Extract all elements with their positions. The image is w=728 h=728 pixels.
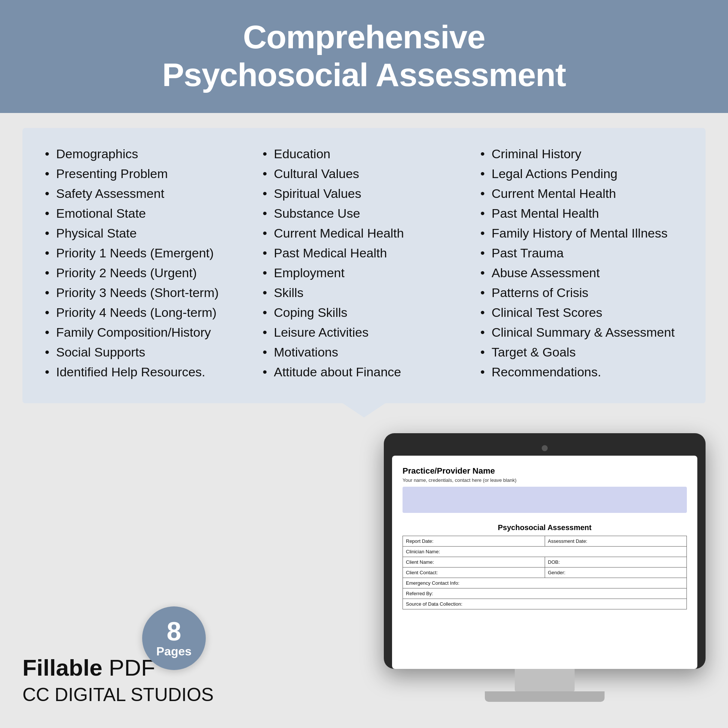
table-row: Report Date:Assessment Date: (403, 536, 687, 546)
table-row: Source of Data Collection: (403, 599, 687, 609)
list-item: Emotional State (45, 206, 248, 221)
list-item: Past Medical Health (263, 246, 465, 260)
company-name: CC DIGITAL STUDIOS (23, 684, 214, 705)
fillable-normal: PDF (102, 655, 155, 681)
title-line2: Psychosocial Assessment (162, 56, 566, 93)
list-item: Patterns of Crisis (480, 286, 683, 300)
header-title: Comprehensive Psychosocial Assessment (23, 18, 705, 93)
features-section: DemographicsPresenting ProblemSafety Ass… (23, 128, 705, 403)
list-item: Coping Skills (263, 305, 465, 320)
badge-text: Pages (156, 645, 191, 658)
title-line1: Comprehensive (243, 18, 485, 55)
table-cell: Referred By: (403, 589, 687, 599)
list-item: Criminal History (480, 147, 683, 161)
table-cell: Source of Data Collection: (403, 599, 687, 609)
list-item: Spiritual Values (263, 186, 465, 201)
page-count-badge: 8 Pages (142, 606, 206, 670)
list-item: Abuse Assessment (480, 266, 683, 280)
list-item: Social Supports (45, 345, 248, 359)
list-item: Skills (263, 286, 465, 300)
features-col-2: EducationCultural ValuesSpiritual Values… (263, 147, 465, 385)
list-item: Identified Help Resources. (45, 365, 248, 379)
table-cell: Report Date: (403, 536, 545, 546)
list-item: Cultural Values (263, 167, 465, 181)
list-item: Employment (263, 266, 465, 280)
list-item: Family Composition/History (45, 325, 248, 340)
list-item: Substance Use (263, 206, 465, 221)
list-item: Physical State (45, 226, 248, 240)
list-item: Recommendations. (480, 365, 683, 379)
list-item: Motivations (263, 345, 465, 359)
table-cell: DOB: (545, 557, 687, 567)
screen-assessment-title: Psychosocial Assessment (402, 523, 687, 532)
list-item: Clinical Test Scores (480, 305, 683, 320)
table-cell: Client Contact: (403, 567, 545, 578)
table-cell: Emergency Contact Info: (403, 578, 687, 589)
fillable-bold: Fillable (23, 655, 102, 681)
screen-provider-box (402, 487, 687, 513)
screen-content: Practice/Provider Name Your name, creden… (392, 456, 697, 609)
table-row: Client Contact:Gender: (403, 567, 687, 578)
list-item: Attitude about Finance (263, 365, 465, 379)
screen-table: Report Date:Assessment Date:Clinician Na… (402, 536, 687, 609)
list-item: Priority 2 Needs (Urgent) (45, 266, 248, 280)
list-item: Current Mental Health (480, 186, 683, 201)
table-cell: Client Name: (403, 557, 545, 567)
monitor-camera (542, 445, 548, 451)
list-item: Priority 1 Needs (Emergent) (45, 246, 248, 260)
list-item: Clinical Summary & Assessment (480, 325, 683, 340)
list-item: Family History of Mental Illness (480, 226, 683, 240)
screen-provider-name: Practice/Provider Name (402, 466, 687, 476)
list-item: Target & Goals (480, 345, 683, 359)
table-cell: Gender: (545, 567, 687, 578)
table-row: Client Name:DOB: (403, 557, 687, 567)
list-item: Priority 4 Needs (Long-term) (45, 305, 248, 320)
list-item: Safety Assessment (45, 186, 248, 201)
features-grid: DemographicsPresenting ProblemSafety Ass… (45, 147, 683, 385)
monitor-base (485, 691, 604, 702)
table-row: Emergency Contact Info: (403, 578, 687, 589)
list-item: Legal Actions Pending (480, 167, 683, 181)
monitor-screen: Practice/Provider Name Your name, creden… (392, 456, 697, 669)
list-item: Past Mental Health (480, 206, 683, 221)
table-row: Referred By: (403, 589, 687, 599)
list-item: Current Medical Health (263, 226, 465, 240)
table-cell: Clinician Name: (403, 546, 687, 557)
monitor: Practice/Provider Name Your name, creden… (384, 433, 705, 702)
table-cell: Assessment Date: (545, 536, 687, 546)
list-item: Education (263, 147, 465, 161)
list-item: Leisure Activities (263, 325, 465, 340)
list-item: Priority 3 Needs (Short-term) (45, 286, 248, 300)
monitor-stand (515, 669, 575, 691)
monitor-outer: Practice/Provider Name Your name, creden… (384, 433, 705, 669)
table-row: Clinician Name: (403, 546, 687, 557)
list-item: Presenting Problem (45, 167, 248, 181)
features-col-1: DemographicsPresenting ProblemSafety Ass… (45, 147, 248, 385)
screen-provider-sub: Your name, credentials, contact here (or… (402, 477, 687, 483)
badge-number: 8 (167, 618, 182, 645)
features-col-3: Criminal HistoryLegal Actions PendingCur… (480, 147, 683, 385)
list-item: Demographics (45, 147, 248, 161)
header: Comprehensive Psychosocial Assessment (0, 0, 728, 113)
list-item: Past Trauma (480, 246, 683, 260)
